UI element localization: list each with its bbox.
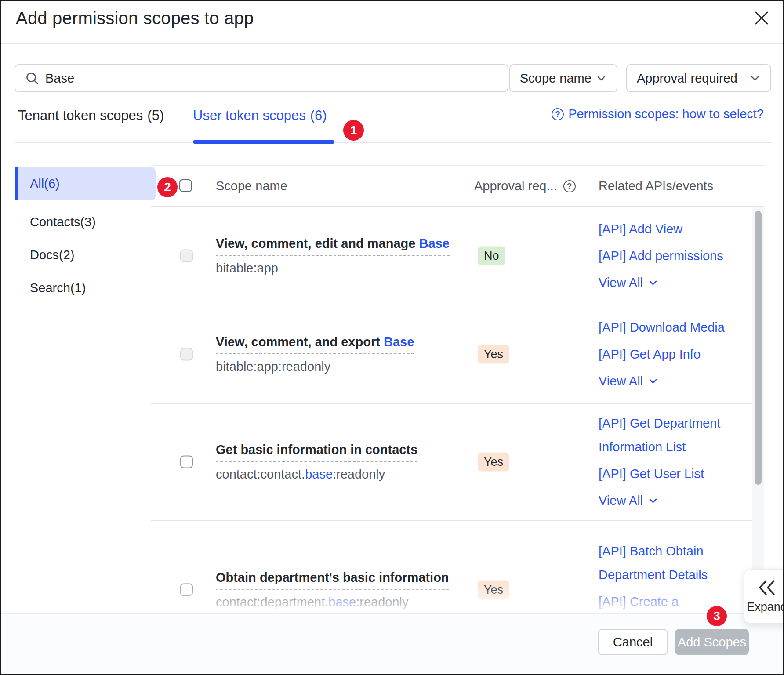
approval-badge: Yes xyxy=(478,453,509,472)
api-link[interactable]: [API] Get Department Information List xyxy=(599,411,744,459)
scope-code-text: bitable:app xyxy=(216,261,278,275)
select-all-checkbox[interactable] xyxy=(179,179,192,192)
scope-code-text: contact:contact. xyxy=(216,467,305,481)
scope-table-row: View, comment, and export Basebitable:ap… xyxy=(151,305,752,403)
scope-code-text: bitable:app:readonly xyxy=(216,359,330,374)
scope-cell: View, comment, and export Basebitable:ap… xyxy=(216,334,471,374)
tabs-row: Tenant token scopes (5) User token scope… xyxy=(1,102,783,144)
scope-title-text: Obtain department's basic information xyxy=(216,570,449,584)
scope-table-row: View, comment, edit and manage Basebitab… xyxy=(151,207,752,305)
table-scrollbar-track[interactable] xyxy=(752,207,764,613)
view-all-link[interactable]: View All xyxy=(599,489,744,512)
api-link[interactable]: [API] Add permissions xyxy=(599,244,744,268)
api-link[interactable]: [API] Download Media xyxy=(599,316,744,339)
sidebar-item-label: All(6) xyxy=(30,177,60,191)
annotation-badge-1: 1 xyxy=(343,120,364,141)
add-permission-scopes-dialog: Add permission scopes to app Scope name … xyxy=(0,0,784,675)
close-icon[interactable] xyxy=(751,7,772,29)
related-apis-cell: [API] Batch Obtain Department Details[AP… xyxy=(599,539,744,613)
row-checkbox[interactable] xyxy=(180,584,193,596)
approval-cell: Yes xyxy=(478,581,509,599)
tab-count: (5) xyxy=(147,108,164,123)
table-top-border xyxy=(151,165,765,166)
question-circle-icon[interactable]: ? xyxy=(563,180,576,192)
column-header-approval-required: Approval req... ? xyxy=(474,179,576,193)
cancel-button[interactable]: Cancel xyxy=(598,629,668,655)
row-checkbox xyxy=(180,250,193,262)
approval-cell: No xyxy=(478,247,505,265)
scope-code: contact:contact.base:readonly xyxy=(216,466,471,482)
tab-tenant-token-scopes[interactable]: Tenant token scopes (5) xyxy=(18,108,164,123)
sidebar-item-search[interactable]: Search(1) xyxy=(15,271,156,305)
view-all-link[interactable]: View All xyxy=(599,369,744,393)
scope-title-link[interactable]: Base xyxy=(384,335,414,349)
scope-table-row: Obtain department's basic informationcon… xyxy=(151,520,752,613)
sidebar-item-all[interactable]: All(6) xyxy=(15,167,156,200)
chevron-down-icon xyxy=(595,73,607,84)
scope-title-text: View, comment, and export xyxy=(216,335,380,349)
approval-header-label: Approval req... xyxy=(474,179,557,193)
scope-cell: Get basic information in contactscontact… xyxy=(216,442,471,482)
scope-code-text: :readonly xyxy=(356,595,408,609)
view-all-label: View All xyxy=(599,271,643,294)
sidebar-item-contacts[interactable]: Contacts(3) xyxy=(15,205,156,239)
tab-user-token-scopes[interactable]: User token scopes (6) xyxy=(193,108,327,123)
view-all-label: View All xyxy=(599,369,643,393)
sidebar-item-label: Docs(2) xyxy=(30,248,75,262)
column-header-scope-name: Scope name xyxy=(216,179,287,193)
tab-count: (6) xyxy=(310,108,327,123)
scope-code: contact:department.base:readonly xyxy=(216,594,471,610)
scope-table-row: Get basic information in contactscontact… xyxy=(151,403,752,520)
dialog-footer: Cancel Add Scopes xyxy=(1,613,783,675)
scope-cell: Obtain department's basic informationcon… xyxy=(216,570,471,610)
approval-badge: Yes xyxy=(478,345,509,364)
scope-name-select-label: Scope name xyxy=(520,71,592,86)
related-apis-cell: [API] Get Department Information List[AP… xyxy=(599,411,744,512)
scope-title: Get basic information in contacts xyxy=(216,442,417,462)
header-divider xyxy=(1,43,783,44)
chevron-down-icon xyxy=(647,375,659,387)
annotation-badge-3: 3 xyxy=(707,606,727,626)
chevron-down-icon xyxy=(749,73,761,84)
sidebar-item-docs[interactable]: Docs(2) xyxy=(15,238,156,272)
tab-label: User token scopes xyxy=(193,108,306,123)
view-all-label: View All xyxy=(599,489,643,512)
permission-scopes-help-link[interactable]: ? Permission scopes: how to select? xyxy=(552,107,764,121)
row-checkbox xyxy=(180,348,193,361)
approval-required-select[interactable]: Approval required xyxy=(626,64,771,92)
dialog-title: Add permission scopes to app xyxy=(16,8,254,28)
api-link[interactable]: [API] Batch Obtain Department Details xyxy=(599,539,744,587)
expand-button-label: Expand xyxy=(747,600,784,614)
scope-code: bitable:app:readonly xyxy=(216,359,471,374)
row-checkbox[interactable] xyxy=(180,456,193,468)
approval-required-select-label: Approval required xyxy=(637,71,737,86)
search-icon xyxy=(25,71,39,85)
chevron-down-icon xyxy=(647,277,659,288)
search-input[interactable] xyxy=(45,71,476,86)
scope-title: View, comment, and export Base xyxy=(216,334,414,354)
expand-button[interactable]: Expand xyxy=(744,569,784,624)
question-circle-icon: ? xyxy=(552,108,564,120)
approval-cell: Yes xyxy=(478,453,509,472)
scope-title-text: View, comment, edit and manage xyxy=(216,236,415,250)
annotation-badge-2: 2 xyxy=(157,177,178,197)
approval-badge: No xyxy=(478,247,505,265)
scope-title-link[interactable]: Base xyxy=(419,236,450,250)
scope-code-highlight: base xyxy=(328,595,356,609)
scope-code-highlight: base xyxy=(305,467,333,481)
scope-name-select[interactable]: Scope name xyxy=(509,64,617,92)
api-link[interactable]: [API] Get User List xyxy=(599,462,744,486)
scope-code-text: :readonly xyxy=(333,467,385,481)
table-scrollbar-thumb[interactable] xyxy=(755,211,762,485)
view-all-link[interactable]: View All xyxy=(599,271,744,294)
double-chevron-left-icon xyxy=(757,579,777,596)
api-link[interactable]: [API] Get App Info xyxy=(599,342,744,366)
chevron-down-icon xyxy=(647,495,659,506)
scope-code: bitable:app xyxy=(216,260,471,276)
scope-title-text: Get basic information in contacts xyxy=(216,443,417,457)
scope-code-text: contact:department. xyxy=(216,595,328,609)
add-scopes-button[interactable]: Add Scopes xyxy=(675,629,749,655)
related-apis-cell: [API] Add View[API] Add permissionsView … xyxy=(599,217,744,294)
api-link[interactable]: [API] Add View xyxy=(599,217,744,241)
sidebar-item-label: Search(1) xyxy=(30,281,86,295)
